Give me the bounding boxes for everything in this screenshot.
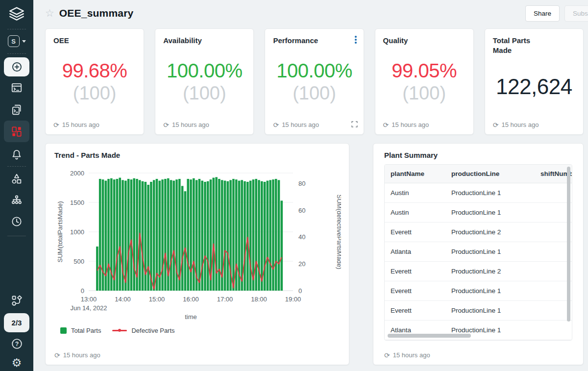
kpi-card-performance: Performance 100.00% (100) ⟳ 15 hours ago bbox=[265, 28, 364, 135]
kpi-value: 100.00% bbox=[276, 60, 352, 82]
sidebar-divider bbox=[7, 29, 26, 29]
page-indicator-badge: 2/3 bbox=[4, 313, 29, 332]
refresh-status: ⟳ 15 hours ago bbox=[273, 121, 355, 128]
kpi-target: (100) bbox=[183, 83, 226, 104]
dashboard-header: ☆ OEE_summary Share Subscribe bbox=[45, 4, 588, 23]
page-indicator[interactable]: 2/3 bbox=[0, 313, 33, 332]
refresh-text: 15 hours ago bbox=[502, 121, 539, 128]
svg-text:19:00: 19:00 bbox=[285, 296, 301, 303]
kpi-card-oee: OEE 99.68% (100) ⟳ 15 hours ago bbox=[45, 28, 144, 135]
table-column-header: plantName bbox=[385, 165, 445, 183]
sidebar-item-settings[interactable]: ⚙ bbox=[0, 357, 33, 369]
table-cell: Austin bbox=[385, 202, 445, 222]
sidebar-item-sql-editor[interactable] bbox=[0, 81, 33, 94]
refresh-status: ⟳ 15 hours ago bbox=[383, 121, 466, 128]
refresh-status: ⟳ 15 hours ago bbox=[493, 121, 575, 128]
expand-icon[interactable] bbox=[351, 121, 358, 127]
create-button[interactable] bbox=[0, 57, 33, 76]
sidebar-item-queries[interactable] bbox=[0, 103, 33, 116]
trend-chart-svg[interactable]: 050010001500200002040608013:0014:0015:00… bbox=[54, 167, 341, 321]
table-column-header: productionLine bbox=[445, 165, 535, 183]
svg-text:20: 20 bbox=[298, 260, 305, 268]
sidebar: S bbox=[0, 0, 33, 371]
svg-text:?: ? bbox=[15, 341, 19, 347]
kpi-value: 99.68% bbox=[62, 60, 127, 82]
subscribe-button[interactable]: Subscribe bbox=[564, 5, 588, 22]
svg-text:17:00: 17:00 bbox=[217, 296, 233, 303]
sidebar-item-query-history[interactable] bbox=[0, 215, 33, 228]
kpi-value-block: 122,624 bbox=[493, 52, 575, 121]
databricks-logo-icon[interactable] bbox=[0, 5, 33, 25]
sidebar-item-partner-connect[interactable] bbox=[0, 294, 33, 307]
kpi-target: (100) bbox=[402, 83, 446, 104]
sidebar-item-help[interactable]: ? bbox=[0, 337, 33, 350]
refresh-icon: ⟳ bbox=[493, 122, 499, 128]
legend-item-total-parts[interactable]: Total Parts bbox=[60, 327, 101, 334]
svg-text:60: 60 bbox=[298, 206, 305, 214]
sidebar-item-workflows[interactable] bbox=[0, 194, 33, 207]
chart-title: Trend - Parts Made bbox=[54, 150, 340, 160]
svg-text:0: 0 bbox=[298, 287, 302, 294]
sidebar-item-data[interactable] bbox=[0, 173, 33, 185]
share-button[interactable]: Share bbox=[525, 5, 560, 22]
favorite-star-icon[interactable]: ☆ bbox=[45, 7, 54, 19]
svg-text:40: 40 bbox=[298, 233, 305, 241]
horizontal-scrollbar[interactable] bbox=[388, 334, 471, 338]
svg-text:SUM(defectivePartsMade): SUM(defectivePartsMade) bbox=[336, 194, 341, 269]
table-cell: ProductionLine 1 bbox=[445, 281, 535, 300]
svg-text:0: 0 bbox=[81, 287, 84, 294]
svg-text:2000: 2000 bbox=[70, 169, 84, 176]
bell-icon bbox=[10, 148, 23, 161]
kpi-card-total-parts-made: Total Parts Made 122,624 ⟳ 15 hours ago bbox=[485, 28, 584, 135]
sidebar-item-dashboards-active[interactable] bbox=[0, 121, 33, 142]
kpi-row: OEE 99.68% (100) ⟳ 15 hours ago Availabi… bbox=[45, 28, 584, 135]
refresh-status: ⟳ 15 hours ago bbox=[54, 351, 340, 359]
kpi-card-availability: Availability 100.00% (100) ⟳ 15 hours ag… bbox=[155, 28, 254, 135]
table-cell: Atlanta bbox=[385, 242, 445, 261]
workflows-icon bbox=[10, 194, 23, 207]
main-content: ☆ OEE_summary Share Subscribe OEE 99.68%… bbox=[33, 0, 588, 365]
svg-text:1500: 1500 bbox=[70, 198, 84, 206]
refresh-text: 15 hours ago bbox=[282, 121, 319, 128]
refresh-icon: ⟳ bbox=[54, 352, 60, 359]
table-column-header: shiftNumber bbox=[535, 165, 572, 183]
sidebar-item-alerts[interactable] bbox=[0, 148, 33, 161]
kpi-value-block: 100.00% (100) bbox=[163, 43, 245, 122]
kpi-target: (100) bbox=[293, 83, 336, 104]
legend-swatch-line bbox=[112, 330, 127, 331]
refresh-status: ⟳ 15 hours ago bbox=[163, 121, 245, 128]
table-row: AustinProductionLine 1 bbox=[385, 183, 572, 202]
workspace-switcher[interactable]: S bbox=[0, 35, 33, 47]
svg-text:1000: 1000 bbox=[70, 228, 84, 235]
trend-chart[interactable]: 050010001500200002040608013:0014:0015:00… bbox=[54, 167, 340, 323]
kpi-value: 100.00% bbox=[167, 60, 242, 82]
table-cell: Everett bbox=[385, 300, 445, 320]
workspace-badge: S bbox=[8, 35, 20, 47]
refresh-icon: ⟳ bbox=[383, 122, 389, 128]
data-shapes-icon bbox=[10, 173, 23, 185]
help-icon: ? bbox=[10, 337, 24, 350]
refresh-text: 15 hours ago bbox=[63, 351, 100, 359]
kpi-card-quality: Quality 99.05% (100) ⟳ 15 hours ago bbox=[375, 28, 474, 135]
table-cell bbox=[535, 183, 572, 202]
partner-connect-icon bbox=[10, 294, 24, 307]
table-title: Plant Summary bbox=[384, 150, 572, 160]
table-row: AustinProductionLine 1 bbox=[385, 202, 572, 222]
svg-text:500: 500 bbox=[74, 257, 84, 265]
refresh-icon: ⟳ bbox=[384, 352, 390, 359]
legend-item-defective-parts[interactable]: Defective Parts bbox=[112, 327, 174, 334]
table-cell: Everett bbox=[385, 261, 445, 281]
table-cell bbox=[535, 222, 572, 242]
svg-text:80: 80 bbox=[298, 180, 305, 187]
refresh-text: 15 hours ago bbox=[62, 121, 99, 128]
kebab-menu-icon[interactable] bbox=[354, 35, 358, 45]
table-cell bbox=[535, 281, 572, 300]
table-cell bbox=[535, 242, 572, 261]
vertical-scrollbar[interactable] bbox=[567, 167, 570, 322]
trend-parts-made-card: Trend - Parts Made 050010001500200002040… bbox=[45, 143, 349, 365]
svg-text:18:00: 18:00 bbox=[251, 296, 267, 303]
gear-icon: ⚙ bbox=[12, 357, 22, 369]
table-cell: ProductionLine 1 bbox=[445, 183, 535, 202]
table-row: AtlantaProductionLine 1 bbox=[385, 242, 572, 261]
page-title: OEE_summary bbox=[59, 7, 134, 19]
